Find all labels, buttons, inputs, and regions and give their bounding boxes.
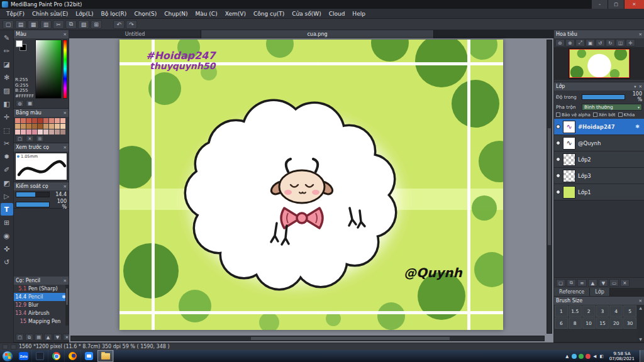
brush-size-cell[interactable]: 6 xyxy=(555,317,568,329)
eraser-tool[interactable]: ◪ xyxy=(1,58,13,70)
delete-color-button[interactable]: ✕ xyxy=(26,135,34,142)
color-swatch[interactable] xyxy=(55,129,60,134)
close-icon[interactable]: ✕ xyxy=(639,32,642,37)
menu-file[interactable]: Tệp(F) xyxy=(3,9,28,19)
hand-tool[interactable]: ✜ xyxy=(1,243,13,255)
brush-size-cell[interactable]: 8 xyxy=(569,317,582,329)
taskbar-app-chrome[interactable] xyxy=(48,350,65,362)
brush-row[interactable]: 5.1Pen (Sharp) xyxy=(14,285,69,293)
tray-app-red-icon[interactable] xyxy=(586,354,591,359)
close-button[interactable]: ✕ xyxy=(624,0,644,9)
canvas[interactable]: #Hoidap247 thuyquynh50 @Quynh xyxy=(119,40,503,330)
color-swatch[interactable] xyxy=(15,118,20,123)
menu-filter[interactable]: Bộ lọc(R) xyxy=(97,9,131,19)
divide-tool[interactable]: ⊞ xyxy=(1,216,13,229)
rotate-left-icon[interactable]: ↺ xyxy=(596,39,605,47)
color-grid-toggle-icon[interactable]: ▦ xyxy=(26,100,34,107)
show-desktop-button[interactable] xyxy=(640,350,644,362)
open-file-button[interactable]: ▤ xyxy=(15,20,26,29)
add-layer-button[interactable]: ▢ xyxy=(556,279,565,287)
menu-color[interactable]: Màu (C) xyxy=(192,9,221,19)
menu-help[interactable]: Help xyxy=(348,9,369,19)
layer-row-lop3[interactable]: Lớp3 xyxy=(554,168,644,184)
new-file-button[interactable]: ▢ xyxy=(3,20,14,29)
tray-app-teal-icon[interactable] xyxy=(572,354,577,359)
status-icon[interactable] xyxy=(3,344,8,349)
menu-window[interactable]: Cửa sổ(W) xyxy=(288,9,325,19)
close-icon[interactable]: ✕ xyxy=(639,84,642,89)
menu-tools[interactable]: Công cụ(T) xyxy=(250,9,288,19)
layer-row-lop2[interactable]: Lớp2 xyxy=(554,151,644,168)
navigator-thumbnail[interactable] xyxy=(569,49,630,78)
pencil-tool[interactable]: ✏ xyxy=(1,45,13,57)
clear-layer-button[interactable]: ▭ xyxy=(609,279,619,287)
hue-slider[interactable] xyxy=(63,40,67,99)
duplicate-brush-button[interactable]: ⧉ xyxy=(25,334,33,341)
menu-snap[interactable]: Chụp(N) xyxy=(160,9,191,19)
layer-visibility-icon[interactable] xyxy=(556,141,560,145)
zoom-fit-icon[interactable]: ⤢ xyxy=(575,39,585,47)
close-icon[interactable]: ✕ xyxy=(64,278,67,283)
rotate-right-icon[interactable]: ↻ xyxy=(606,39,615,47)
color-swatch[interactable] xyxy=(38,129,43,134)
menu-edit[interactable]: Chỉnh sửa(E) xyxy=(28,9,72,19)
close-icon[interactable]: ✕ xyxy=(64,111,67,116)
brush-up-button[interactable]: ▲ xyxy=(44,334,52,341)
color-swatch[interactable] xyxy=(15,124,20,129)
color-swatch[interactable] xyxy=(43,118,48,123)
tab-lop[interactable]: Lớp xyxy=(590,288,609,296)
palette-menu-button[interactable]: ☰ xyxy=(36,135,44,142)
close-icon[interactable]: ✕ xyxy=(639,299,642,304)
tray-network-icon[interactable]: ◧ xyxy=(599,354,604,359)
duplicate-layer-button[interactable]: ⧉ xyxy=(567,279,576,287)
zoom-in-icon[interactable]: ⊕ xyxy=(565,39,575,47)
color-swatch[interactable] xyxy=(55,118,60,123)
brush-row[interactable]: 12.9Blur xyxy=(14,301,69,309)
color-swatch[interactable] xyxy=(43,124,48,129)
tab-untitled[interactable]: Untitled xyxy=(69,30,201,38)
tray-app-green-icon[interactable] xyxy=(579,354,584,359)
brush-opacity-slider[interactable] xyxy=(16,202,50,207)
zoom-100-icon[interactable]: ▣ xyxy=(586,39,595,47)
brush-size-cell[interactable]: 10 xyxy=(582,317,596,329)
brush-size-slider[interactable] xyxy=(16,192,50,197)
brush-size-scrollbar[interactable]: ▲ ▼ xyxy=(637,305,644,342)
color-swatch[interactable] xyxy=(60,129,65,134)
layer-row-quynh[interactable]: ∿ @Quynh xyxy=(554,135,644,151)
saturation-value-picker[interactable] xyxy=(35,40,62,99)
airbrush-tool[interactable]: ✻ xyxy=(1,71,13,84)
menu-layer[interactable]: Lớp(L) xyxy=(72,9,97,19)
panel-menu-icon[interactable]: ▾ xyxy=(634,84,636,89)
color-swatch[interactable] xyxy=(26,129,31,134)
brush-size-cell[interactable]: 15 xyxy=(596,317,609,329)
paste-button[interactable]: ▧ xyxy=(78,20,89,29)
layer-visibility-icon[interactable] xyxy=(556,190,560,194)
color-swatch[interactable] xyxy=(49,124,54,129)
vertical-scrollbar[interactable] xyxy=(547,40,552,334)
move-tool[interactable]: ✛ xyxy=(1,111,13,123)
clipping-checkbox[interactable]: Xén bớt xyxy=(593,112,616,118)
tab-reference[interactable]: Reference xyxy=(554,288,590,296)
show-hidden-icons-button[interactable]: ▲ xyxy=(565,354,570,359)
color-swatch[interactable] xyxy=(21,129,26,134)
text-tool[interactable]: T xyxy=(1,203,13,216)
brush-row-selected[interactable]: 14.4Pencil ✱ xyxy=(14,293,69,301)
menu-cloud[interactable]: Cloud xyxy=(325,9,349,19)
taskbar-app-dark[interactable] xyxy=(32,350,48,362)
layer-down-button[interactable]: ▼ xyxy=(599,279,608,287)
color-swatch[interactable] xyxy=(38,118,43,123)
scroll-up-icon[interactable]: ▲ xyxy=(639,305,642,310)
color-swatch[interactable] xyxy=(55,124,60,129)
copy-button[interactable]: ⧉ xyxy=(65,20,77,29)
taskbar-clock[interactable]: 9:58 SA 07/08/2021 xyxy=(606,351,638,361)
layer-settings-icon[interactable]: ✱ xyxy=(635,124,640,129)
minimize-button[interactable]: – xyxy=(591,0,608,9)
delete-layer-button[interactable]: ✕ xyxy=(620,279,630,287)
brush-size-cell[interactable]: 4 xyxy=(609,305,623,317)
flip-icon[interactable]: ◫ xyxy=(616,39,625,47)
color-swatch[interactable] xyxy=(21,118,26,123)
start-button[interactable] xyxy=(3,351,13,361)
color-swatch[interactable] xyxy=(43,129,48,134)
brush-size-cell[interactable]: 30 xyxy=(623,317,636,329)
merge-layer-button[interactable]: ≡ xyxy=(577,279,587,287)
